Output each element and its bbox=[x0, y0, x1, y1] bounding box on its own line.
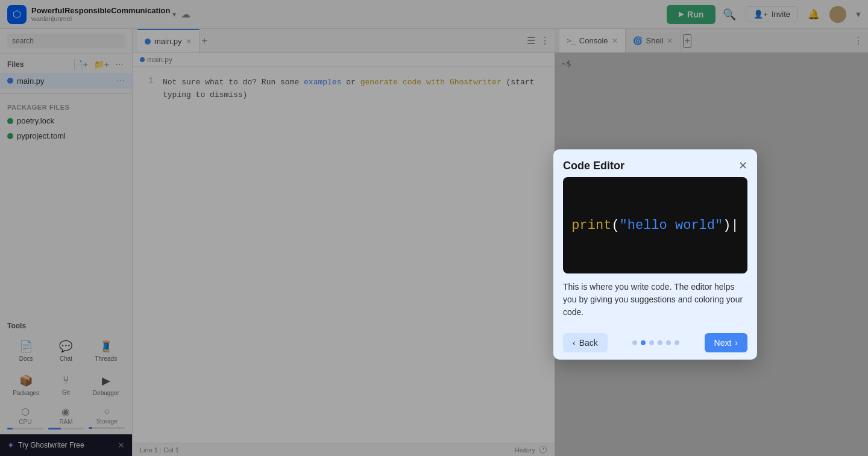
dot-2 bbox=[641, 340, 646, 345]
print-keyword: print bbox=[571, 218, 611, 233]
next-button[interactable]: Next › bbox=[705, 333, 747, 352]
next-chevron-icon: › bbox=[735, 338, 738, 348]
paren-close: ) bbox=[723, 218, 731, 233]
preview-code: print("hello world")| bbox=[571, 218, 738, 233]
cursor-indicator: | bbox=[731, 218, 738, 233]
dot-4 bbox=[658, 340, 662, 345]
dot-6 bbox=[675, 340, 679, 345]
dot-5 bbox=[666, 340, 671, 345]
tooltip-close-button[interactable]: ✕ bbox=[738, 159, 747, 172]
paren-open: ( bbox=[611, 218, 619, 233]
string-value: "hello world" bbox=[620, 218, 723, 233]
tooltip-title: Code Editor bbox=[563, 160, 624, 172]
tooltip-preview: print("hello world")| bbox=[563, 177, 747, 273]
back-chevron-icon: ‹ bbox=[573, 338, 576, 348]
tooltip-body: This is where you write code. The editor… bbox=[553, 281, 757, 326]
tooltip-footer: ‹ Back Next › bbox=[553, 326, 757, 360]
dot-1 bbox=[632, 340, 637, 345]
tooltip-description: This is where you write code. The editor… bbox=[563, 282, 743, 317]
pagination-dots bbox=[632, 340, 679, 345]
dot-3 bbox=[649, 340, 654, 345]
tooltip-header: Code Editor ✕ bbox=[553, 149, 757, 177]
back-button[interactable]: ‹ Back bbox=[563, 333, 608, 352]
tooltip-popup: Code Editor ✕ print("hello world")| This… bbox=[553, 149, 757, 360]
